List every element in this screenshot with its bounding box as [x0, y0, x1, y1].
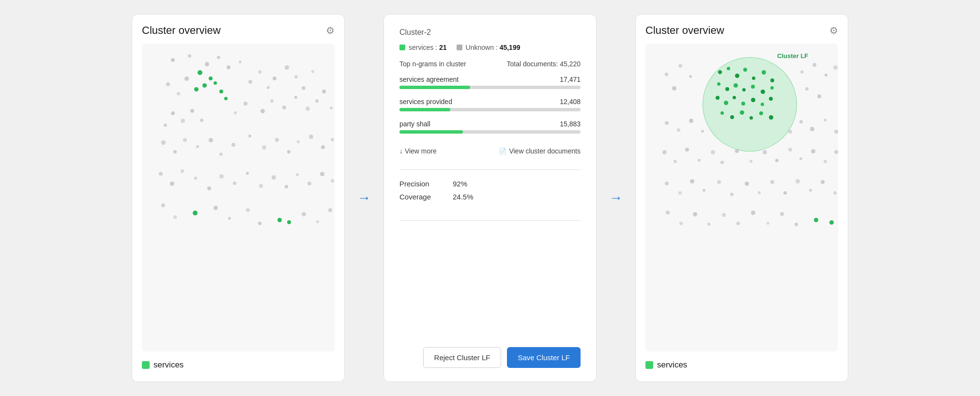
left-arrow-icon: →	[357, 190, 371, 206]
services-stat-dot	[399, 45, 405, 50]
left-arrow: →	[345, 190, 383, 206]
left-legend-label: services	[153, 360, 184, 370]
bar-fill-1	[399, 108, 450, 111]
bar-track-1	[399, 108, 581, 111]
ngram-row-1: services provided 12,408	[399, 98, 581, 106]
bar-track-2	[399, 130, 581, 134]
unknown-count: 45,199	[500, 44, 521, 51]
bar-fill-0	[399, 86, 470, 89]
ngrams-title: Top n-grams in cluster	[399, 60, 466, 68]
right-cluster-panel: Cluster overview ⚙ Cluster LF	[635, 14, 848, 382]
left-panel-header: Cluster overview ⚙	[142, 24, 335, 37]
services-count: 21	[439, 44, 447, 51]
reject-button[interactable]: Reject Cluster LF	[423, 347, 502, 368]
right-scatter-area: Cluster LF	[645, 44, 838, 351]
stats-row: services : 21 Unknown : 45,199	[399, 44, 581, 51]
left-legend-dot	[142, 361, 150, 369]
doc-icon: 📄	[499, 148, 506, 155]
right-arrow-icon: →	[609, 190, 623, 206]
ngrams-header: Top n-grams in cluster Total documents: …	[399, 60, 581, 68]
left-legend: services	[142, 358, 335, 372]
unknown-stat-dot	[457, 45, 462, 50]
right-panel-title: Cluster overview	[645, 24, 724, 37]
ngram-label-1: services provided	[399, 98, 452, 106]
coverage-value: 24.5%	[453, 193, 474, 201]
unknown-stat: Unknown : 45,199	[457, 44, 521, 51]
middle-panel: Cluster-2 services : 21 Unknown : 45,199…	[383, 14, 597, 382]
action-buttons: Reject Cluster LF Save Cluster LF	[399, 342, 581, 368]
bar-fill-2	[399, 130, 463, 134]
cluster-name: Cluster-2	[399, 28, 581, 37]
ngram-label-2: party shall	[399, 120, 430, 128]
left-gear-icon[interactable]: ⚙	[326, 25, 335, 36]
main-container: Cluster overview ⚙	[0, 0, 980, 396]
right-gear-icon[interactable]: ⚙	[829, 25, 838, 36]
coverage-row: Coverage 24.5%	[399, 193, 581, 201]
left-panel-title: Cluster overview	[142, 24, 221, 37]
ngram-item-2: party shall 15,883	[399, 120, 581, 134]
ngram-count-1: 12,408	[560, 98, 581, 106]
cluster-lf-circle	[703, 57, 797, 152]
ngram-item-1: services provided 12,408	[399, 98, 581, 111]
ngram-item-0: services agreement 17,471	[399, 76, 581, 89]
right-legend-label: services	[657, 360, 687, 370]
ngram-count-2: 15,883	[560, 120, 581, 128]
cluster-lf-label: Cluster LF	[777, 52, 808, 60]
right-arrow: →	[597, 190, 635, 206]
ngram-count-0: 17,471	[560, 76, 581, 83]
coverage-label: Coverage	[399, 193, 443, 201]
bar-track-0	[399, 86, 581, 89]
view-more-link[interactable]: ↓ View more	[399, 147, 437, 155]
right-legend: services	[645, 358, 838, 372]
divider-bottom	[399, 220, 581, 221]
services-stat: services : 21	[399, 44, 447, 51]
ngram-row-2: party shall 15,883	[399, 120, 581, 128]
precision-label: Precision	[399, 180, 443, 188]
precision-row: Precision 92%	[399, 180, 581, 188]
ngram-row-0: services agreement 17,471	[399, 76, 581, 83]
metrics-section: Precision 92% Coverage 24.5%	[399, 180, 581, 206]
right-legend-dot	[645, 361, 653, 369]
right-panel-header: Cluster overview ⚙	[645, 24, 838, 37]
view-cluster-docs-label: View cluster documents	[509, 147, 581, 155]
save-button[interactable]: Save Cluster LF	[507, 347, 581, 368]
total-docs: Total documents: 45,220	[506, 60, 581, 68]
unknown-stat-label: Unknown : 45,199	[466, 44, 521, 51]
divider-top	[399, 169, 581, 170]
precision-value: 92%	[453, 180, 467, 188]
ngram-label-0: services agreement	[399, 76, 459, 83]
view-cluster-docs-link[interactable]: 📄 View cluster documents	[499, 147, 581, 155]
left-scatter-area	[142, 44, 335, 351]
left-cluster-panel: Cluster overview ⚙	[132, 14, 345, 382]
services-stat-label: services : 21	[409, 44, 447, 51]
view-actions: ↓ View more 📄 View cluster documents	[399, 147, 581, 155]
